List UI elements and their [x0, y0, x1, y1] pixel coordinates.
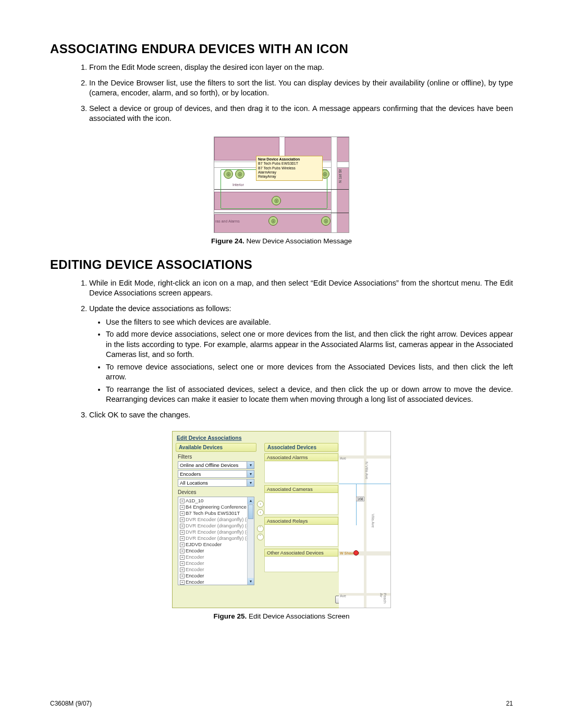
- section-heading-editing: EDITING DEVICE ASSOCIATIONS: [50, 257, 513, 272]
- map-label-peach: Peach Av: [380, 593, 387, 608]
- device-list-item[interactable]: +Encoder: [179, 560, 253, 566]
- devices-listbox[interactable]: +A1D_10+B4 Engineering Conference Room+B…: [178, 497, 254, 585]
- map-camera-icon: ◎: [321, 216, 331, 226]
- tooltip-line: B7 Tech Pubs Wireless: [258, 166, 321, 170]
- expand-icon[interactable]: +: [180, 567, 185, 572]
- map-camera-icon: ◎: [272, 196, 281, 205]
- section2-bullets: Use the filters to see which devices are…: [89, 317, 513, 405]
- scroll-down-icon[interactable]: ▾: [248, 578, 254, 585]
- expand-icon[interactable]: +: [180, 561, 185, 566]
- expand-icon[interactable]: +: [180, 536, 185, 541]
- footer-docid: C3608M (9/07): [50, 700, 92, 707]
- section1-step-2: In the Device Browser list, use the filt…: [89, 78, 513, 98]
- device-list-item[interactable]: +DVR Encoder (drangonfly) (drang: [179, 516, 253, 523]
- device-list-item[interactable]: +Encoder: [179, 548, 253, 554]
- section2-step-2: Update the device associations as follow…: [89, 304, 513, 405]
- figure-24-map: ◎ ◎ ◎ ◎ ◎ ◎ New Device Association B7 Te…: [214, 137, 349, 233]
- expand-icon[interactable]: +: [180, 511, 185, 516]
- figure-25-caption-label: Figure 25.: [213, 612, 247, 620]
- device-list-item[interactable]: +Encoder: [179, 573, 253, 579]
- device-list-item[interactable]: +DVR Encoder (drangonfly) (drang: [179, 529, 253, 535]
- associated-cameras-list[interactable]: [264, 493, 338, 515]
- device-list-item[interactable]: +DVR Encoder (drangonfly) (drang: [179, 523, 253, 529]
- available-devices-header: Available Devices: [176, 443, 256, 452]
- device-list-item[interactable]: +B7 Tech Pubs EWS301T: [179, 510, 253, 516]
- section2-steps: While in Edit Mode, right-click an icon …: [50, 278, 513, 421]
- map-label-street: N 1st St: [338, 169, 342, 183]
- page-footer: C3608M (9/07) 21: [50, 700, 513, 707]
- map-label-ave2: Ave: [340, 594, 346, 598]
- associated-relays-header: Associated Relays: [264, 517, 338, 525]
- section2-step-3: Click OK to save the changes.: [89, 410, 513, 421]
- section2-step-1: While in Edit Mode, right-click an icon …: [89, 278, 513, 299]
- figure-24-caption-label: Figure 24.: [211, 237, 244, 245]
- available-devices-panel: Available Devices Filters Online and Off…: [176, 443, 256, 585]
- move-up-button[interactable]: ˄: [257, 525, 264, 532]
- filter-availability-value: Online and Offline Devices: [178, 462, 247, 468]
- device-list-item[interactable]: +Encoder: [179, 554, 253, 560]
- filter-type-value: Encoders: [178, 471, 247, 477]
- expand-icon[interactable]: +: [180, 542, 185, 547]
- expand-icon[interactable]: +: [180, 555, 185, 560]
- scroll-up-icon[interactable]: ▴: [248, 497, 254, 504]
- associated-alarms-list[interactable]: [264, 461, 338, 483]
- expand-icon[interactable]: +: [180, 524, 185, 528]
- arrow-buttons: › ‹ ˄ ˅: [257, 499, 264, 542]
- expand-icon[interactable]: +: [180, 530, 185, 535]
- device-list-item[interactable]: +B4 Engineering Conference Room: [179, 504, 253, 510]
- associated-relays-list[interactable]: [264, 525, 338, 547]
- footer-pagenum: 21: [506, 700, 513, 707]
- expand-icon[interactable]: +: [180, 499, 185, 503]
- map-camera-icon: ◎: [224, 169, 233, 179]
- dropdown-icon[interactable]: ▾: [247, 462, 254, 468]
- device-list-item[interactable]: +A1D_10: [179, 498, 253, 504]
- figure-25-background-map: Ave N Villa Ave Villa Ave 168 W Shaw Av …: [339, 431, 391, 608]
- section2-bullet-1: Use the filters to see which devices are…: [106, 317, 513, 328]
- section1-step-1: From the Edit Mode screen, display the d…: [89, 63, 513, 73]
- tooltip-line: RelayArray: [258, 175, 321, 179]
- tooltip-line: B7 Tech Pubs EWS301T: [258, 162, 321, 166]
- device-list-item[interactable]: +EJDVD Encoder: [179, 541, 253, 548]
- scrollbar[interactable]: ▴ ▾: [247, 497, 254, 585]
- map-label-ave: Ave: [340, 456, 346, 460]
- other-associated-header: Other Associated Devices: [264, 549, 338, 557]
- move-right-button[interactable]: ›: [257, 501, 264, 508]
- tooltip-title: New Device Association: [258, 157, 321, 162]
- new-device-association-tooltip: New Device Association B7 Tech Pubs EWS3…: [256, 156, 323, 181]
- expand-icon[interactable]: +: [180, 517, 185, 522]
- dropdown-icon[interactable]: ▾: [247, 471, 254, 477]
- other-associated-list[interactable]: [264, 557, 338, 572]
- section2-step-2-text: Update the device associations as follow…: [89, 304, 231, 313]
- move-down-button[interactable]: ˅: [257, 534, 264, 540]
- map-label-interior: Interior: [232, 183, 244, 187]
- associated-devices-header: Associated Devices: [264, 443, 338, 452]
- associated-alarms-header: Associated Alarms: [264, 453, 338, 461]
- filter-availability[interactable]: Online and Offline Devices ▾: [178, 461, 254, 469]
- dropdown-icon[interactable]: ▾: [247, 479, 254, 486]
- filter-location[interactable]: All Locations ▾: [178, 479, 254, 487]
- device-list-item[interactable]: +DVR Encoder (drangonfly) (drang: [179, 535, 253, 541]
- expand-icon[interactable]: +: [180, 505, 185, 510]
- figure-25-caption: Figure 25. Edit Device Associations Scre…: [50, 612, 513, 620]
- filter-type[interactable]: Encoders ▾: [178, 470, 254, 478]
- scroll-thumb[interactable]: [248, 504, 253, 519]
- tooltip-line: AlarmArray: [258, 170, 321, 175]
- map-label-bottom: ras and Alarms: [215, 219, 240, 223]
- dialog-title: Edit Device Associations: [177, 435, 242, 441]
- section2-bullet-4: To rearrange the list of associated devi…: [106, 385, 513, 405]
- expand-icon[interactable]: +: [180, 574, 185, 578]
- map-pin-icon: [353, 550, 359, 556]
- filters-label: Filters: [176, 453, 256, 460]
- map-label-villa: N Villa Ave: [365, 462, 369, 479]
- move-left-button[interactable]: ‹: [257, 509, 264, 516]
- figure-24-caption: Figure 24. New Device Association Messag…: [50, 237, 513, 245]
- device-list-item[interactable]: +Encoder: [179, 566, 253, 573]
- map-label-villa2: Villa Ave: [371, 514, 375, 528]
- map-camera-icon: ◎: [268, 216, 278, 226]
- device-list-item[interactable]: +Encoder: [179, 579, 253, 585]
- expand-icon[interactable]: +: [180, 580, 185, 585]
- filter-location-value: All Locations: [178, 479, 247, 486]
- section1-steps: From the Edit Mode screen, display the d…: [50, 63, 513, 124]
- expand-icon[interactable]: +: [180, 549, 185, 553]
- map-camera-icon: ◎: [235, 169, 244, 179]
